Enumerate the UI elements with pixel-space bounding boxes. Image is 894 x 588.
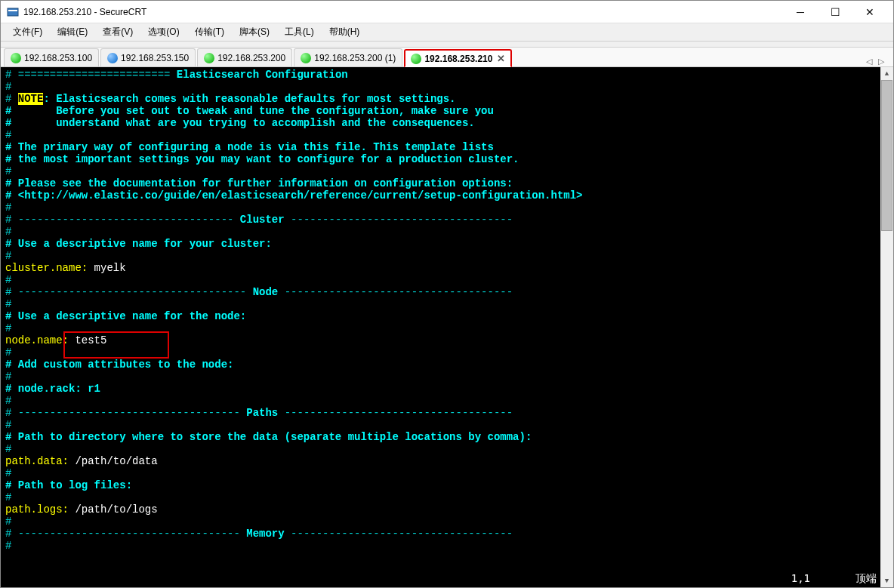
text: # Use a descriptive name for the node: (5, 310, 889, 322)
scroll-up-button[interactable]: ▲ (880, 67, 893, 80)
text: # (5, 395, 889, 407)
close-icon[interactable]: ✕ (497, 53, 505, 64)
tabbar: 192.168.253.100 192.168.253.150 192.168.… (1, 48, 893, 67)
svg-rect-1 (8, 10, 17, 11)
text: # ======================== (5, 69, 177, 81)
config-value: myelk (88, 262, 125, 274)
session-tab[interactable]: 192.168.253.200 (197, 48, 292, 66)
text: # (5, 371, 889, 383)
scroll-down-button[interactable]: ▼ (880, 574, 893, 587)
text: Cluster (240, 214, 285, 226)
text: ----------------------------------- (285, 214, 513, 226)
titlebar: 192.168.253.210 - SecureCRT ─ ☐ ✕ (1, 1, 893, 23)
text: # (5, 298, 889, 310)
menu-tools[interactable]: 工具(L) (277, 24, 322, 40)
status-mode: 顶端 (855, 572, 877, 584)
text: # Use a descriptive name for your cluste… (5, 238, 889, 250)
check-icon (11, 53, 21, 63)
info-icon (107, 53, 118, 63)
text: # (5, 250, 889, 262)
session-tab[interactable]: 192.168.253.100 (4, 48, 99, 66)
session-tab-active[interactable]: 192.168.253.210 ✕ (404, 49, 512, 67)
config-value: /path/to/logs (69, 503, 158, 516)
session-tab[interactable]: 192.168.253.200 (1) (294, 48, 402, 66)
text: # (5, 129, 889, 141)
tab-nav: ◁ ▷ (860, 57, 890, 66)
terminal[interactable]: # ======================== Elasticsearch… (1, 67, 893, 587)
window-title: 192.168.253.210 - SecureCRT (23, 7, 783, 17)
text: # Path to directory where to store the d… (5, 431, 889, 443)
config-key: cluster.name: (5, 262, 88, 274)
text: # Path to log files: (5, 479, 889, 491)
text: ----------------------------------- (285, 528, 513, 540)
text: # (5, 516, 889, 528)
text: # the most important settings you may wa… (5, 153, 889, 165)
text: Node (253, 286, 279, 298)
window-controls: ─ ☐ ✕ (783, 1, 887, 23)
menu-file[interactable]: 文件(F) (5, 24, 50, 40)
text: # (5, 419, 889, 431)
text: # ----------------------------------- (5, 407, 246, 419)
text: # Please see the documentation for furth… (5, 177, 889, 189)
tab-label: 192.168.253.200 (1) (314, 53, 396, 63)
text: # (5, 81, 889, 93)
text: # (5, 443, 889, 455)
minimize-button[interactable]: ─ (783, 1, 818, 23)
menu-transfer[interactable]: 传输(T) (187, 24, 232, 40)
tab-label: 192.168.253.100 (24, 53, 92, 63)
menu-edit[interactable]: 编辑(E) (50, 24, 95, 40)
text: : Elasticsearch comes with reasonable de… (43, 93, 455, 105)
svg-rect-0 (8, 8, 18, 16)
text: # (5, 226, 889, 238)
menu-view[interactable]: 查看(V) (95, 24, 140, 40)
tab-label: 192.168.253.200 (217, 53, 285, 63)
check-icon (204, 53, 214, 63)
toolbar (1, 42, 893, 48)
menubar: 文件(F) 编辑(E) 查看(V) 选项(O) 传输(T) 脚本(S) 工具(L… (1, 23, 893, 42)
text: # (5, 165, 889, 177)
menu-help[interactable]: 帮助(H) (322, 24, 368, 40)
text: # Before you set out to tweak and tune t… (5, 105, 889, 117)
text: Paths (246, 407, 278, 419)
tab-label: 192.168.253.150 (121, 53, 189, 63)
text: # The primary way of configuring a node … (5, 141, 889, 153)
maximize-button[interactable]: ☐ (818, 1, 852, 23)
tab-prev[interactable]: ◁ (866, 57, 872, 66)
cursor-position: 1,1 (791, 572, 810, 584)
check-icon (411, 54, 421, 64)
config-key: node.name: (5, 334, 69, 346)
check-icon (301, 53, 311, 63)
terminal-content: # ======================== Elasticsearch… (1, 67, 893, 553)
text: ------------------------------------ (278, 407, 513, 419)
tab-label: 192.168.253.210 (424, 54, 492, 64)
scrollbar[interactable]: ▲ ▼ (880, 67, 893, 587)
text: # node.rack: r1 (5, 383, 889, 395)
menu-script[interactable]: 脚本(S) (232, 24, 277, 40)
scrollbar-thumb[interactable] (881, 80, 892, 231)
text: # (5, 322, 889, 334)
text: # (5, 491, 889, 503)
text: # (5, 540, 889, 552)
session-tab[interactable]: 192.168.253.150 (100, 48, 196, 66)
tab-next[interactable]: ▷ (878, 57, 884, 66)
close-button[interactable]: ✕ (852, 1, 887, 23)
text: # (5, 93, 18, 105)
config-value: /path/to/data (69, 455, 158, 467)
note-label: NOTE (18, 93, 44, 105)
text: # ------------------------------------ (5, 286, 253, 298)
config-key: path.data: (5, 455, 69, 467)
text: # (5, 467, 889, 479)
text: # (5, 346, 889, 359)
text: # ----------------------------------- (5, 528, 246, 540)
text: ------------------------------------ (278, 286, 513, 298)
text: Memory (246, 528, 284, 540)
text: # (5, 202, 889, 214)
text: Elasticsearch Configuration (177, 69, 348, 81)
app-icon (7, 6, 19, 18)
menu-options[interactable]: 选项(O) (140, 24, 187, 40)
text: # Add custom attributes to the node: (5, 359, 889, 371)
text: # understand what are you trying to acco… (5, 117, 889, 129)
config-key: path.logs: (5, 503, 69, 516)
text: # <http://www.elastic.co/guide/en/elasti… (5, 189, 889, 202)
text: # ---------------------------------- (5, 214, 240, 226)
